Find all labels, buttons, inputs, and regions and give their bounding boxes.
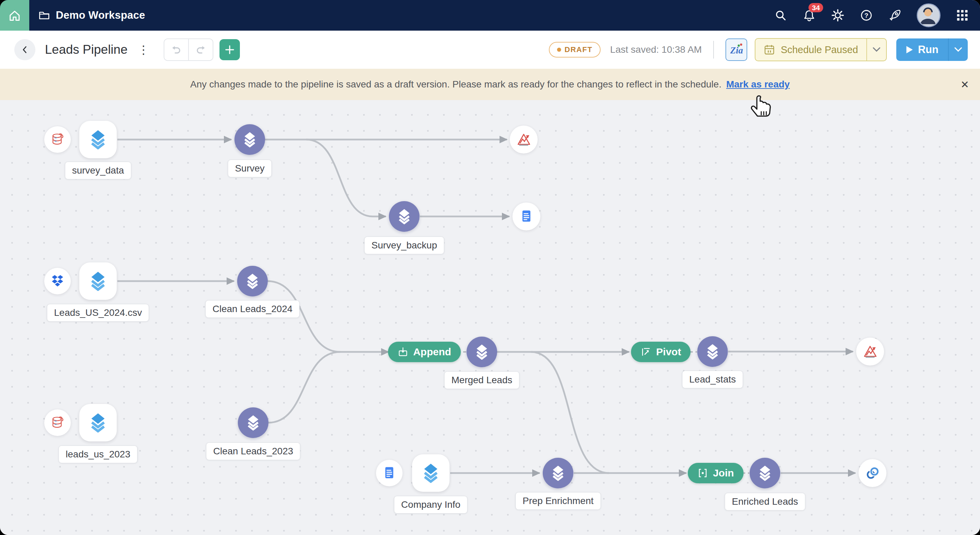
home-button[interactable]	[0, 0, 29, 30]
play-icon	[906, 46, 913, 54]
transform-label: Append	[413, 346, 451, 358]
layers-icon	[474, 344, 490, 360]
layers-icon	[88, 271, 108, 291]
destination-node-crm[interactable]	[859, 459, 886, 487]
join-icon	[697, 468, 708, 479]
zia-assistant-button[interactable]: Zia	[725, 38, 747, 61]
help-button[interactable]: ?	[859, 8, 873, 22]
workspace-switcher[interactable]: Demo Workspace	[38, 9, 145, 21]
node-label[interactable]: Company Info	[394, 496, 468, 514]
stage-node-prep-enrichment[interactable]	[543, 458, 573, 488]
status-badge: DRAFT	[549, 42, 601, 57]
notifications-button[interactable]: 34	[802, 8, 816, 22]
node-label[interactable]: Merged Leads	[444, 371, 519, 389]
layers-icon	[421, 463, 441, 483]
node-label[interactable]: Clean Leads_2023	[206, 443, 300, 460]
last-saved-text: Last saved: 10:38 AM	[610, 44, 702, 55]
analytics-icon	[515, 131, 532, 148]
toolbar-divider	[713, 41, 714, 59]
mark-as-ready-link[interactable]: Mark as ready	[726, 79, 790, 90]
source-connector-leads-us-2023[interactable]	[44, 409, 71, 436]
database-cloud-icon	[50, 132, 65, 147]
rocket-icon	[888, 8, 902, 22]
banner-close-button[interactable]: ✕	[961, 79, 969, 91]
banner-message: Any changes made to the pipeline is save…	[190, 79, 721, 90]
redo-button[interactable]	[188, 39, 213, 60]
top-navbar: Demo Workspace 34	[0, 0, 980, 30]
dataset-node-leads-us-2024[interactable]	[79, 263, 117, 300]
plus-icon	[224, 45, 235, 55]
stage-node-clean-leads-2024[interactable]	[237, 266, 268, 296]
schedule-label: Schedule Paused	[781, 44, 858, 56]
source-connector-survey-data[interactable]	[44, 126, 71, 153]
dataset-node-survey-data[interactable]	[79, 121, 117, 158]
node-label[interactable]: Survey	[228, 159, 272, 177]
stage-node-survey-backup[interactable]	[389, 201, 420, 232]
stage-node-survey[interactable]	[234, 124, 265, 155]
transform-label: Join	[713, 467, 734, 479]
search-button[interactable]	[774, 8, 788, 22]
run-label: Run	[918, 43, 939, 56]
destination-node-analytics-2[interactable]	[856, 338, 884, 366]
layers-icon	[88, 413, 108, 433]
transform-label: Pivot	[656, 346, 681, 358]
dataset-node-company-info[interactable]	[412, 454, 450, 492]
destination-node-analytics-1[interactable]	[510, 126, 538, 153]
back-button[interactable]	[14, 39, 35, 60]
chevron-down-icon	[954, 47, 962, 53]
avatar-image	[918, 5, 938, 25]
stage-node-merged-leads[interactable]	[466, 337, 497, 367]
source-connector-dropbox[interactable]	[44, 268, 71, 295]
node-label[interactable]: Clean Leads_2024	[205, 300, 299, 318]
folder-icon	[38, 9, 50, 21]
stage-node-clean-leads-2023[interactable]	[238, 408, 269, 438]
layers-icon	[245, 273, 260, 289]
home-icon	[8, 8, 22, 22]
document-icon	[519, 209, 533, 224]
node-label[interactable]: Prep Enrichment	[515, 492, 601, 510]
database-cloud-icon	[50, 415, 65, 430]
undo-button[interactable]	[164, 39, 188, 60]
run-button-group: Run	[896, 38, 968, 61]
stage-node-enriched-leads[interactable]	[749, 458, 780, 488]
node-label[interactable]: Leads_US_2024.csv	[47, 304, 149, 322]
node-label[interactable]: Survey_backup	[364, 237, 444, 254]
dataset-node-leads-us-2023[interactable]	[79, 404, 117, 441]
layers-icon	[396, 209, 412, 224]
chevron-down-icon	[872, 47, 881, 53]
node-label[interactable]: leads_us_2023	[59, 446, 137, 463]
transform-node-pivot[interactable]: Pivot	[631, 342, 690, 362]
analytics-icon	[862, 343, 878, 360]
page-title: Leads Pipeline	[45, 43, 127, 57]
schedule-dropdown-button[interactable]	[866, 39, 886, 61]
settings-button[interactable]	[831, 8, 845, 22]
pivot-icon	[640, 347, 651, 357]
run-button[interactable]: Run	[896, 38, 948, 61]
transform-node-join[interactable]: Join	[688, 463, 743, 483]
user-avatar[interactable]	[917, 3, 940, 27]
grid-icon	[956, 9, 969, 22]
transform-node-append[interactable]: Append	[388, 342, 461, 362]
draft-dot	[557, 48, 561, 52]
draft-label: DRAFT	[565, 45, 592, 54]
more-options-button[interactable]: ⋮	[138, 46, 150, 53]
source-connector-company-info[interactable]	[376, 460, 402, 486]
calendar-pause-icon	[764, 44, 775, 56]
apps-menu-button[interactable]	[956, 8, 969, 22]
undo-icon	[170, 44, 182, 56]
run-dropdown-button[interactable]	[948, 38, 968, 61]
search-icon	[774, 9, 787, 22]
whats-new-button[interactable]	[888, 8, 902, 22]
node-label[interactable]: Lead_stats	[682, 371, 743, 389]
document-icon	[382, 466, 396, 480]
navbar-actions: 34 ?	[774, 3, 980, 27]
stage-node-lead-stats[interactable]	[697, 336, 728, 367]
crm-icon	[865, 465, 880, 481]
pipeline-canvas[interactable]: survey_data Survey Survey_backup	[0, 100, 980, 535]
node-label[interactable]: Enriched Leads	[725, 493, 805, 511]
notification-badge: 34	[808, 3, 823, 12]
destination-node-document-1[interactable]	[512, 202, 540, 231]
add-node-button[interactable]	[220, 39, 240, 60]
schedule-button[interactable]: Schedule Paused	[756, 39, 866, 61]
node-label[interactable]: survey_data	[65, 162, 131, 179]
